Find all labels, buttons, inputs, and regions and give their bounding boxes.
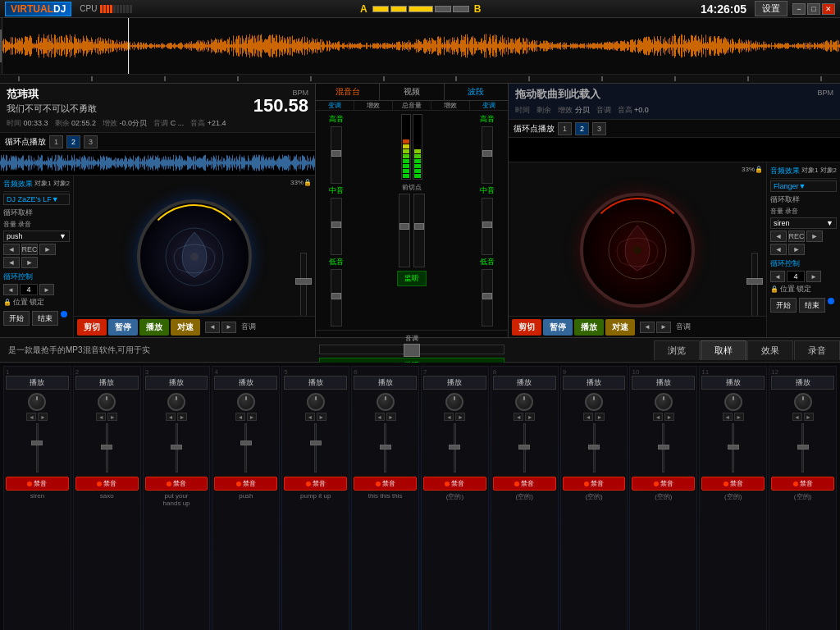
- sampler-arrow-right-6[interactable]: ►: [386, 413, 396, 421]
- left-play-btn[interactable]: 播放: [139, 319, 169, 336]
- right-sample-next[interactable]: ►: [788, 244, 805, 255]
- right-nav-right[interactable]: ►: [656, 322, 671, 333]
- right-pitch-handle[interactable]: [746, 278, 763, 285]
- left-loop-btn-1[interactable]: 1: [49, 135, 63, 148]
- sampler-arrow-right-12[interactable]: ►: [804, 413, 814, 421]
- browser-tab-browse[interactable]: 浏览: [654, 340, 700, 360]
- ab-slider[interactable]: [372, 6, 469, 12]
- ab-bar-4[interactable]: [435, 6, 451, 12]
- sampler-arrow-right-10[interactable]: ►: [664, 413, 674, 421]
- sampler-arrow-left-9[interactable]: ◄: [583, 413, 593, 421]
- mixer-channel-handle-r[interactable]: [414, 223, 424, 230]
- right-loop-btn-3[interactable]: 3: [592, 122, 606, 135]
- left-sample-selector[interactable]: push ▼: [3, 231, 70, 242]
- sampler-mute-btn-6[interactable]: 禁音: [354, 477, 417, 491]
- sampler-arrow-right-3[interactable]: ►: [177, 413, 187, 421]
- left-nav-left[interactable]: ◄: [205, 322, 220, 333]
- sampler-arrow-right-4[interactable]: ►: [247, 413, 257, 421]
- sampler-play-btn-3[interactable]: 播放: [145, 376, 208, 390]
- sampler-knob-7[interactable]: [445, 393, 463, 411]
- browser-tab-effects[interactable]: 效果: [747, 340, 793, 360]
- sampler-play-btn-11[interactable]: 播放: [701, 376, 765, 390]
- sampler-mute-btn-10[interactable]: 禁音: [632, 477, 695, 491]
- left-speed-btn[interactable]: 对速: [171, 319, 200, 336]
- sampler-arrow-right-1[interactable]: ►: [38, 413, 48, 421]
- sampler-mute-btn-7[interactable]: 禁音: [423, 477, 486, 491]
- sampler-arrow-left-4[interactable]: ◄: [235, 413, 245, 421]
- sampler-play-btn-1[interactable]: 播放: [6, 376, 69, 390]
- mixer-tab-main[interactable]: 混音台: [316, 84, 380, 100]
- sampler-fader-6[interactable]: [384, 423, 386, 472]
- left-pitch-slider[interactable]: [300, 253, 307, 318]
- ab-bar-5[interactable]: [453, 6, 469, 12]
- crossfader-handle[interactable]: [404, 344, 420, 357]
- left-loop-btn-2[interactable]: 2: [66, 135, 80, 148]
- sampler-arrow-left-8[interactable]: ◄: [514, 413, 523, 421]
- waveform-canvas[interactable]: [2, 18, 840, 74]
- sampler-fader-10[interactable]: [662, 423, 664, 472]
- sampler-knob-12[interactable]: [794, 393, 812, 411]
- left-sample-forward[interactable]: ►: [39, 244, 56, 255]
- left-effect-selector[interactable]: DJ ZaZE's LF▼: [3, 194, 70, 205]
- close-button[interactable]: ✕: [822, 3, 835, 15]
- ab-bar-1[interactable]: [372, 6, 389, 12]
- sampler-fader-12[interactable]: [801, 423, 804, 472]
- sampler-arrow-left-6[interactable]: ◄: [375, 413, 385, 421]
- minimize-button[interactable]: −: [792, 3, 806, 15]
- sampler-fader-handle-7[interactable]: [449, 445, 460, 450]
- mixer-low-handle-r[interactable]: [482, 293, 492, 299]
- sampler-mute-btn-4[interactable]: 禁音: [214, 477, 277, 491]
- sampler-arrow-left-7[interactable]: ◄: [444, 413, 454, 421]
- sampler-play-btn-4[interactable]: 播放: [214, 376, 277, 390]
- left-pause-btn[interactable]: 暂停: [108, 319, 138, 336]
- sampler-knob-4[interactable]: [237, 393, 255, 411]
- sampler-mute-btn-5[interactable]: 禁音: [284, 477, 347, 491]
- right-nav-left[interactable]: ◄: [640, 322, 655, 333]
- sampler-arrow-left-11[interactable]: ◄: [723, 413, 733, 421]
- mixer-high-handle-l[interactable]: [331, 150, 341, 157]
- left-cut-btn[interactable]: 剪切: [77, 319, 107, 336]
- sampler-knob-5[interactable]: [307, 393, 325, 411]
- mixer-tab-wave[interactable]: 波段: [445, 84, 508, 100]
- sampler-knob-3[interactable]: [167, 393, 185, 411]
- mixer-subtab-2[interactable]: 增效: [354, 101, 393, 110]
- left-loop-back[interactable]: ◄: [3, 284, 18, 295]
- sampler-arrow-right-9[interactable]: ►: [595, 413, 605, 421]
- right-sample-prev[interactable]: ◄: [770, 244, 787, 255]
- sampler-arrow-left-3[interactable]: ◄: [166, 413, 176, 421]
- sampler-mute-btn-12[interactable]: 禁音: [771, 477, 834, 491]
- ab-bar-2[interactable]: [390, 6, 407, 12]
- mixer-high-fader-l[interactable]: [331, 126, 342, 184]
- right-start-btn[interactable]: 开始: [770, 298, 797, 313]
- mixer-subtab-5[interactable]: 变调: [470, 101, 508, 110]
- right-end-btn[interactable]: 结束: [799, 298, 825, 313]
- mixer-channel-fader-l[interactable]: [399, 194, 410, 267]
- mixer-subtab-4[interactable]: 增效: [431, 101, 470, 110]
- sampler-knob-1[interactable]: [28, 393, 46, 411]
- ab-bar-3[interactable]: [409, 6, 433, 12]
- sampler-knob-9[interactable]: [585, 393, 603, 411]
- right-cut-btn[interactable]: 剪切: [512, 319, 541, 336]
- mixer-high-fader-r[interactable]: [482, 126, 493, 184]
- right-pitch-slider[interactable]: [751, 253, 758, 318]
- left-sample-rec[interactable]: REC: [21, 244, 38, 255]
- right-turntable[interactable]: [580, 193, 695, 308]
- browser-tab-record[interactable]: 录音: [794, 340, 840, 360]
- sampler-knob-8[interactable]: [515, 393, 533, 411]
- mixer-low-fader-l[interactable]: [331, 269, 342, 326]
- sampler-mute-btn-3[interactable]: 禁音: [145, 477, 208, 491]
- left-loop-fwd[interactable]: ►: [39, 284, 54, 295]
- sampler-fader-11[interactable]: [732, 423, 734, 472]
- sampler-arrow-right-7[interactable]: ►: [455, 413, 465, 421]
- sampler-arrow-right-11[interactable]: ►: [734, 413, 744, 421]
- left-pitch-handle[interactable]: [295, 278, 312, 285]
- sampler-arrow-left-1[interactable]: ◄: [26, 413, 36, 421]
- right-sample-rec[interactable]: REC: [788, 231, 805, 242]
- sampler-fader-7[interactable]: [454, 423, 456, 472]
- mixer-subtab-1[interactable]: 变调: [316, 101, 354, 110]
- sampler-fader-handle-1[interactable]: [31, 441, 43, 445]
- right-play-btn[interactable]: 播放: [574, 319, 604, 336]
- mixer-mid-handle-r[interactable]: [482, 221, 492, 228]
- browser-tab-sample[interactable]: 取样: [701, 340, 746, 360]
- sampler-mute-btn-8[interactable]: 禁音: [493, 477, 556, 491]
